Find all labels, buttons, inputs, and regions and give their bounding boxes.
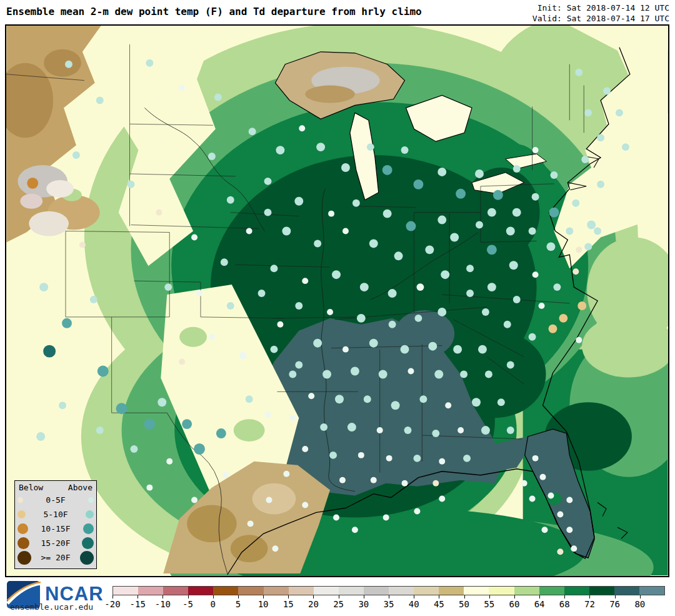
station-dot	[364, 395, 371, 403]
station-dot	[289, 415, 296, 421]
colorbar-segment	[464, 587, 489, 595]
forecast-graphic-page: { "header": { "title": "Ensemble mean 2-…	[0, 0, 675, 616]
station-dot	[532, 455, 539, 462]
station-dot	[566, 527, 572, 533]
station-dot	[131, 445, 138, 453]
station-dot	[425, 245, 434, 254]
station-dot	[566, 228, 573, 235]
colorbar-segment	[264, 587, 289, 595]
run-times: Init: Sat 2018-07-14 12 UTCValid: Sat 20…	[532, 3, 669, 24]
station-dot	[264, 178, 272, 185]
colorbar-tick-label: 50	[459, 599, 469, 609]
station-dot	[358, 452, 364, 458]
colorbar-tick	[464, 595, 465, 598]
station-dot	[557, 511, 563, 517]
station-dot	[283, 471, 289, 477]
station-dot	[214, 94, 222, 101]
station-dot	[419, 395, 427, 403]
legend-below-header: Below	[19, 483, 43, 492]
legend-below-dot	[18, 523, 28, 534]
station-dot	[529, 496, 536, 502]
colorbar-tick	[589, 595, 590, 598]
colorbar-tick	[213, 595, 214, 598]
station-dot	[258, 290, 266, 297]
station-dot	[432, 430, 439, 437]
station-dot	[96, 96, 104, 104]
station-dot	[270, 265, 278, 272]
init-time: Init: Sat 2018-07-14 12 UTC	[538, 3, 669, 13]
station-dot	[216, 428, 226, 438]
station-dot	[481, 426, 490, 435]
station-dot	[357, 314, 366, 323]
station-dot	[332, 270, 341, 279]
station-dot	[504, 321, 511, 328]
station-dot	[369, 239, 378, 248]
legend-row: 0-5F	[18, 493, 94, 507]
station-dot	[439, 496, 445, 502]
legend-row-label: >= 20F	[31, 553, 80, 562]
station-dot	[327, 309, 333, 315]
legend-row: 15-20F	[18, 536, 94, 550]
station-dot	[191, 497, 198, 503]
station-dot	[622, 143, 629, 151]
legend-above-dot	[88, 497, 94, 503]
station-dot	[289, 370, 296, 378]
station-dot	[377, 427, 383, 433]
station-dot	[576, 246, 582, 253]
station-dot	[209, 334, 215, 340]
station-dot	[294, 197, 303, 206]
station-dot	[144, 418, 155, 430]
legend-row: 5-10F	[18, 507, 94, 522]
station-dot	[463, 455, 471, 462]
colorbar-segment	[639, 587, 664, 595]
station-dot	[509, 261, 518, 270]
station-dot	[441, 270, 449, 279]
station-dot	[314, 240, 321, 247]
station-dot	[351, 367, 359, 376]
station-dot	[616, 109, 623, 116]
colorbar-segment	[339, 587, 364, 595]
station-dot	[394, 251, 403, 260]
station-dot	[320, 423, 328, 431]
colorbar-tick-label: 15	[283, 599, 294, 609]
station-dot	[96, 427, 104, 434]
valid-time: Valid: Sat 2018-07-14 17 UTC	[532, 14, 669, 23]
colorbar-tick	[162, 595, 163, 598]
legend-above-dot	[83, 523, 94, 534]
station-dot	[352, 527, 358, 533]
station-dot	[352, 199, 360, 207]
forecast-map: Below Above 0-5F5-10F10-15F15-20F>= 20F	[5, 24, 669, 577]
colorbar-tick-label: 55	[484, 599, 494, 609]
station-dot	[512, 208, 521, 217]
station-dot	[506, 227, 515, 236]
station-dot	[439, 458, 445, 465]
station-dot	[539, 303, 545, 309]
colorbar-tick	[263, 595, 264, 598]
station-dot	[308, 393, 314, 399]
legend-above-dot	[80, 551, 94, 565]
legend-row-label: 10-15F	[28, 524, 83, 533]
station-dot	[249, 128, 256, 135]
station-dot	[295, 361, 302, 369]
station-dot	[578, 301, 586, 310]
colorbar-tick-label: -20	[104, 599, 120, 609]
station-dot	[39, 283, 48, 291]
legend-row-label: 0-5F	[23, 495, 88, 505]
station-dot	[98, 366, 109, 377]
station-dot	[408, 368, 414, 375]
station-dot	[493, 190, 503, 200]
colorbar-tick	[138, 595, 138, 598]
station-dot	[196, 290, 202, 296]
station-dot	[413, 179, 423, 189]
station-dot	[432, 480, 439, 487]
station-dot	[339, 477, 346, 483]
station-dot	[156, 210, 162, 216]
station-dot	[367, 143, 374, 151]
station-dot	[466, 290, 474, 297]
station-dot	[389, 321, 396, 328]
colorbar-tick-label: 80	[634, 599, 645, 609]
station-dot	[571, 545, 577, 552]
colorbar-tick	[414, 595, 414, 598]
colorbar-segment	[564, 587, 589, 595]
station-dot	[62, 318, 72, 328]
